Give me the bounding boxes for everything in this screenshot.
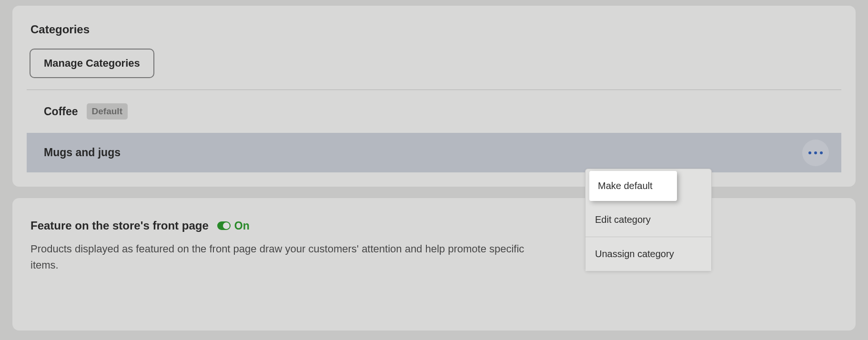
svg-point-0 bbox=[808, 151, 811, 154]
category-row-mugs-and-jugs[interactable]: Mugs and jugs bbox=[27, 133, 841, 172]
category-name: Coffee bbox=[44, 105, 78, 118]
feature-card: Feature on the store's front page On Pro… bbox=[12, 198, 856, 330]
categories-card: Categories Manage Categories Coffee Defa… bbox=[12, 6, 856, 187]
category-options-menu: Make default Edit category Unassign cate… bbox=[585, 169, 712, 271]
default-badge: Default bbox=[87, 103, 128, 120]
manage-categories-button[interactable]: Manage Categories bbox=[30, 49, 154, 78]
svg-point-2 bbox=[820, 151, 823, 154]
menu-item-unassign-category[interactable]: Unassign category bbox=[585, 237, 711, 271]
menu-item-make-default[interactable]: Make default bbox=[589, 171, 677, 201]
toggle-knob bbox=[223, 222, 230, 229]
ellipsis-icon bbox=[807, 150, 824, 155]
categories-title: Categories bbox=[27, 23, 841, 36]
svg-point-1 bbox=[814, 151, 817, 154]
toggle-track bbox=[217, 221, 231, 230]
category-row-coffee[interactable]: Coffee Default bbox=[27, 90, 841, 133]
menu-item-edit-category[interactable]: Edit category bbox=[585, 203, 711, 237]
toggle-state-label: On bbox=[234, 220, 250, 232]
more-options-button[interactable] bbox=[802, 140, 829, 166]
feature-header: Feature on the store's front page On bbox=[27, 219, 841, 232]
category-name: Mugs and jugs bbox=[44, 146, 121, 159]
feature-toggle[interactable]: On bbox=[217, 220, 250, 232]
feature-description: Products displayed as featured on the fr… bbox=[27, 241, 527, 273]
feature-title: Feature on the store's front page bbox=[30, 219, 209, 232]
